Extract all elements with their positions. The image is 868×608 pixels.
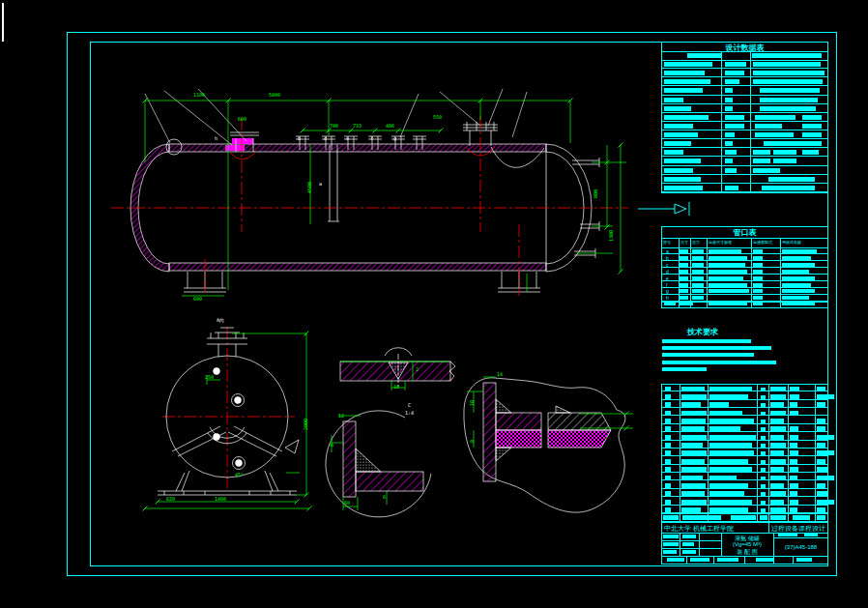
view-arrow-a: [638, 202, 689, 216]
nozzle-table-line: [661, 302, 828, 303]
tech-requirements-title: 技术要求: [687, 327, 718, 337]
title-block-line: [686, 556, 687, 565]
title-block-line: [699, 533, 700, 556]
nozzle-table-line: [661, 238, 828, 239]
title-block-course: 过程设备课程设计: [771, 524, 825, 534]
title-block-line: [661, 540, 721, 541]
title-block-organization: 中北大学 机械工程学院: [664, 524, 734, 534]
side-view-saddles: [184, 272, 540, 292]
title-block-line: [680, 533, 680, 556]
bom-table-rowlines: [662, 384, 827, 513]
detail-saddle-weld: [464, 377, 633, 512]
title-block-line: [768, 522, 769, 533]
title-block-line: [793, 556, 794, 565]
side-view-nozzles: [296, 136, 599, 258]
title-block-line: [661, 548, 721, 549]
design-table-rowlines: [662, 60, 827, 192]
title-block-line: [773, 537, 828, 538]
detail-corner-weld: [326, 411, 431, 517]
title-block-line: [713, 556, 714, 565]
cad-drawing-sheet: 设计数据表 管口表 技术要求 中北大学 机械工程学院 过程设备课程设计 液氨 储…: [0, 0, 868, 608]
nozzle-table-title: 管口表: [661, 227, 828, 238]
title-block-line: [744, 556, 745, 565]
side-view-shell: [130, 139, 592, 272]
title-block-product-volume: (Vg=45 M³): [721, 541, 773, 547]
detail-butt-weld: [340, 348, 455, 391]
title-block-drawing-type: 装 配 图: [721, 548, 773, 557]
end-view: [158, 328, 299, 495]
title-block-drawing-number: (37)A45-188: [773, 544, 828, 550]
nozzle-table-rowlines: [662, 247, 827, 302]
design-table-line: [661, 51, 828, 52]
bom-table-line: [661, 513, 828, 514]
